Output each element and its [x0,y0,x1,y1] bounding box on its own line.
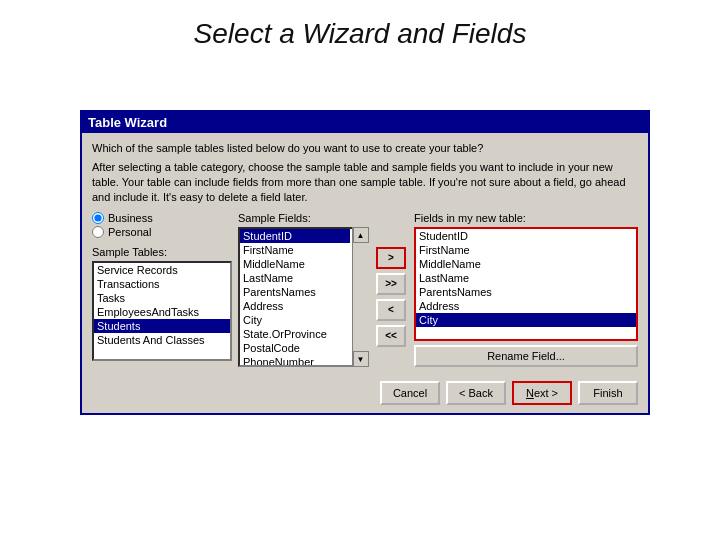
radio-business-input[interactable] [92,212,104,224]
radio-personal-label: Personal [108,226,151,238]
radio-business-label: Business [108,212,153,224]
list-item[interactable]: FirstName [416,243,636,257]
dialog-title: Table Wizard [82,112,648,133]
list-item[interactable]: Students [94,319,230,333]
list-item[interactable]: LastName [240,271,350,285]
list-item[interactable]: PhoneNumber [240,355,350,367]
list-item[interactable]: StudentID [416,229,636,243]
sample-tables-label: Sample Tables: [92,246,232,258]
description-1: Which of the sample tables listed below … [92,141,638,156]
new-fields-list[interactable]: StudentID FirstName MiddleName LastName … [414,227,638,341]
next-button[interactable]: Next > [512,381,572,405]
sample-fields-list[interactable]: StudentID FirstName MiddleName LastName … [238,227,368,367]
list-item[interactable]: LastName [416,271,636,285]
list-item[interactable]: State.OrProvince [240,327,350,341]
move-one-right-button[interactable]: > [376,247,406,269]
page-title: Select a Wizard and Fields [0,0,720,64]
category-radio-group: Business Personal [92,212,232,238]
back-button[interactable]: < Back [446,381,506,405]
list-item[interactable]: City [240,313,350,327]
right-column: Fields in my new table: StudentID FirstN… [414,212,638,367]
list-item[interactable]: Address [416,299,636,313]
left-column: Business Personal Sample Tables: Service… [92,212,232,367]
new-fields-label: Fields in my new table: [414,212,638,224]
sample-fields-label: Sample Fields: [238,212,368,224]
list-item[interactable]: FirstName [240,243,350,257]
radio-business[interactable]: Business [92,212,232,224]
list-item[interactable]: MiddleName [416,257,636,271]
list-item[interactable]: Tasks [94,291,230,305]
table-wizard-dialog: Table Wizard Which of the sample tables … [80,110,650,415]
list-item[interactable]: MiddleName [240,257,350,271]
list-item[interactable]: Transactions [94,277,230,291]
move-buttons-column: > >> < << [374,226,408,367]
dialog-footer: Cancel < Back Next > Finish [82,375,648,413]
scroll-up-btn[interactable]: ▲ [353,227,369,243]
move-one-left-button[interactable]: < [376,299,406,321]
finish-button[interactable]: Finish [578,381,638,405]
list-item[interactable]: StudentID [240,229,350,243]
move-all-right-button[interactable]: >> [376,273,406,295]
sample-tables-list[interactable]: Service Records Transactions Tasks Emplo… [92,261,232,361]
list-item[interactable]: ParentsNames [240,285,350,299]
move-all-left-button[interactable]: << [376,325,406,347]
list-item[interactable]: City [416,313,636,327]
list-item[interactable]: ParentsNames [416,285,636,299]
list-item[interactable]: Address [240,299,350,313]
list-item[interactable]: Students And Classes [94,333,230,347]
scrollbar-stub: ▲ ▼ [352,227,368,367]
radio-personal[interactable]: Personal [92,226,232,238]
list-item[interactable]: Service Records [94,263,230,277]
list-item[interactable]: EmployeesAndTasks [94,305,230,319]
dialog-body: Which of the sample tables listed below … [82,133,648,375]
list-item[interactable]: PostalCode [240,341,350,355]
description-2: After selecting a table category, choose… [92,160,638,205]
middle-column: Sample Fields: StudentID FirstName Middl… [238,212,368,367]
cancel-button[interactable]: Cancel [380,381,440,405]
rename-field-button[interactable]: Rename Field... [414,345,638,367]
radio-personal-input[interactable] [92,226,104,238]
scroll-down-btn[interactable]: ▼ [353,351,369,367]
